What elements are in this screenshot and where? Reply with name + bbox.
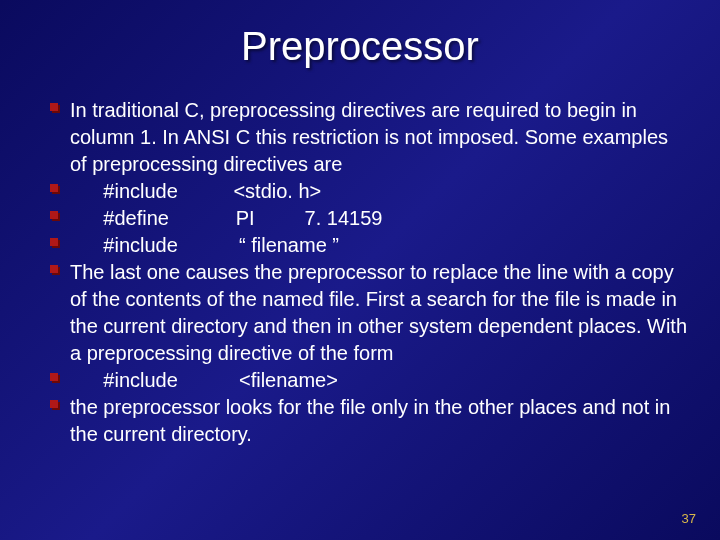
bullet-icon — [50, 238, 60, 248]
bullet-item: In traditional C, preprocessing directiv… — [50, 97, 690, 178]
item-text: #include <stdio. h> — [70, 178, 321, 205]
content-area: In traditional C, preprocessing directiv… — [0, 97, 720, 448]
bullet-item: #include <filename> — [50, 367, 690, 394]
bullet-item: The last one causes the preprocessor to … — [50, 259, 690, 367]
bullet-icon — [50, 211, 60, 221]
item-text: the preprocessor looks for the file only… — [70, 394, 690, 448]
bullet-item: #define PI 7. 14159 — [50, 205, 690, 232]
slide-title: Preprocessor — [0, 0, 720, 97]
item-text: #include <filename> — [70, 367, 338, 394]
bullet-item: #include <stdio. h> — [50, 178, 690, 205]
bullet-icon — [50, 103, 60, 113]
item-text: #include “ filename ” — [70, 232, 339, 259]
item-text: The last one causes the preprocessor to … — [70, 259, 690, 367]
bullet-icon — [50, 265, 60, 275]
item-text: In traditional C, preprocessing directiv… — [70, 97, 690, 178]
item-text: #define PI 7. 14159 — [70, 205, 382, 232]
bullet-item: #include “ filename ” — [50, 232, 690, 259]
page-number: 37 — [682, 511, 696, 526]
bullet-icon — [50, 184, 60, 194]
bullet-item: the preprocessor looks for the file only… — [50, 394, 690, 448]
bullet-icon — [50, 373, 60, 383]
bullet-icon — [50, 400, 60, 410]
